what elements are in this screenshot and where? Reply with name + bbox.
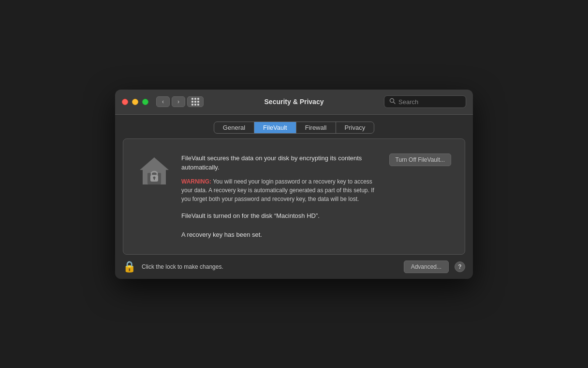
status-texts: FileVault is turned on for the disk “Mac… [137,211,451,240]
filevault-description-text: FileVault secures the data on your disk … [181,153,380,172]
main-content: General FileVault Firewall Privacy [115,115,473,279]
search-icon [389,98,396,106]
lock-label: Click the lock to make changes. [142,263,398,270]
tabs-bar: General FileVault Firewall Privacy [115,115,473,138]
filevault-header: FileVault secures the data on your disk … [137,153,451,203]
filevault-recovery-status: A recovery key has been set. [181,230,451,240]
nav-buttons: ‹ › [156,96,185,107]
close-button[interactable] [122,99,128,105]
help-button[interactable]: ? [455,261,465,272]
window-title: Security & Privacy [265,98,324,106]
warning-text: WARNING: You will need your login passwo… [181,177,380,203]
content-area: FileVault secures the data on your disk … [123,138,465,255]
traffic-lights [122,99,148,105]
grid-icon [191,98,199,106]
maximize-button[interactable] [142,99,148,105]
filevault-disk-status: FileVault is turned on for the disk “Mac… [181,211,451,221]
svg-line-1 [394,102,396,104]
tab-group: General FileVault Firewall Privacy [214,122,374,134]
search-bar[interactable] [384,95,466,108]
tab-general[interactable]: General [214,122,254,133]
turn-off-filevault-button[interactable]: Turn Off FileVault... [389,153,451,166]
minimize-button[interactable] [132,99,138,105]
back-button[interactable]: ‹ [156,96,170,107]
svg-rect-6 [154,178,155,180]
tab-privacy[interactable]: Privacy [336,122,374,133]
advanced-button[interactable]: Advanced... [404,261,449,273]
filevault-icon [137,153,172,188]
tab-firewall[interactable]: Firewall [296,122,336,133]
bottom-bar: 🔒 Click the lock to make changes. Advanc… [115,255,473,279]
grid-view-button[interactable] [187,96,204,107]
lock-icon[interactable]: 🔒 [123,261,136,273]
system-preferences-window: ‹ › Security & Privacy Gener [115,90,473,279]
tab-filevault[interactable]: FileVault [254,122,296,133]
filevault-description: FileVault secures the data on your disk … [181,153,380,203]
warning-label: WARNING: [181,178,211,185]
forward-button[interactable]: › [172,96,185,107]
titlebar: ‹ › Security & Privacy [115,90,473,115]
search-input[interactable] [398,98,461,106]
